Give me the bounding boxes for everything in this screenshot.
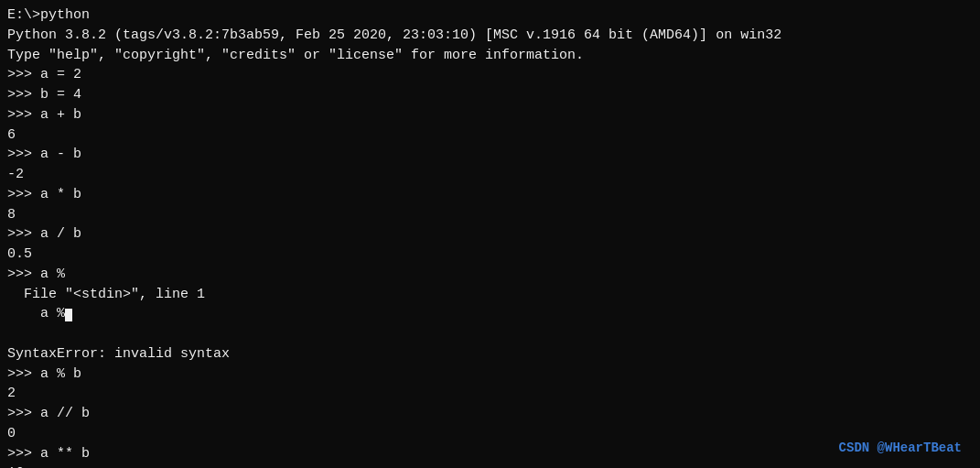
line-floordiv-result: 0 [7,424,973,444]
line-python-version: Python 3.8.2 (tags/v3.8.2:7b3ab59, Feb 2… [7,26,973,46]
line-file-error: File "<stdin>", line 1 [7,285,973,305]
line-mod-bad-expr: >>> a % [7,265,973,285]
line-blank [7,324,973,344]
line-add-result: 6 [7,125,973,146]
line-sub-expr: >>> a - b [7,145,973,165]
line-mod-result: 2 [7,384,973,404]
line-type-help: Type "help", "copyright", "credits" or "… [7,46,973,66]
terminal-window: E:\>python Python 3.8.2 (tags/v3.8.2:7b3… [7,5,973,463]
line-syntax-error: SyntaxError: invalid syntax [7,344,973,365]
line-cmd-prompt: E:\>python [7,5,973,26]
line-add-expr: >>> a + b [7,105,973,125]
watermark: CSDN @WHearTBeat [839,441,962,455]
line-mod-expr: >>> a % b [7,365,973,385]
line-code-error: a % [7,304,973,324]
line-assign-b: >>> b = 4 [7,85,973,105]
line-sub-result: -2 [7,165,973,185]
line-mul-result: 8 [7,205,973,225]
line-div-expr: >>> a / b [7,224,973,245]
terminal-output: E:\>python Python 3.8.2 (tags/v3.8.2:7b3… [7,5,973,468]
cursor [65,309,72,321]
line-assign-a: >>> a = 2 [7,65,973,85]
line-pow-result: 16 [7,463,973,468]
line-mul-expr: >>> a * b [7,185,973,205]
line-floordiv-expr: >>> a // b [7,404,973,424]
line-pow-expr: >>> a ** b [7,444,973,464]
line-div-result: 0.5 [7,245,973,265]
